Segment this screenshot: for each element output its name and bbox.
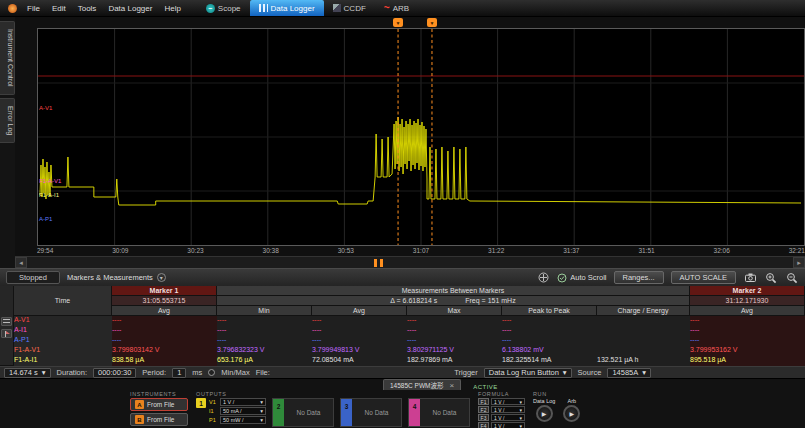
chevron-down-icon: ▾ — [519, 407, 522, 413]
waveform-plot[interactable]: A-V1 F1-A-V1 F1-A-I1 A-P1 — [37, 28, 805, 246]
marker-flag-icon[interactable] — [1, 329, 12, 338]
close-icon[interactable]: × — [449, 381, 454, 390]
tab-scope[interactable]: ~ Scope — [197, 0, 250, 16]
menu-edit[interactable]: Edit — [46, 4, 72, 13]
channel2-group[interactable]: 2 No Data — [272, 398, 334, 427]
gridlines — [38, 29, 804, 245]
marker2-time: 31:12.171930 — [690, 296, 805, 306]
duration-field[interactable]: 000:00:30 — [93, 368, 136, 378]
auto-scale-button[interactable]: AUTO SCALE — [671, 271, 736, 284]
menu-data-logger[interactable]: Data Logger — [102, 4, 158, 13]
scroll-right-icon[interactable]: ▸ — [793, 257, 805, 268]
f2-scale-select[interactable]: 1 V / ▾ — [491, 406, 525, 413]
chevron-down-icon: ▾ — [260, 399, 263, 405]
sidebar-tab-instrument-control[interactable]: Instrument Control — [0, 21, 15, 95]
time-tick: 31:22 — [488, 247, 504, 256]
source-select[interactable]: 14585A ▾ — [607, 368, 651, 378]
menu-bar: File Edit Tools Data Logger Help ~ Scope… — [0, 0, 805, 17]
ccdf-icon — [333, 4, 341, 12]
tab-scope-label: Scope — [218, 4, 241, 13]
chevron-down-icon: ▾ — [260, 417, 263, 423]
channel2-status: No Data — [284, 409, 333, 416]
data-log-run-button[interactable]: Data Log ▶ — [533, 398, 555, 422]
f3-scale-value: 1 V / — [494, 415, 504, 421]
tab-arb-label: ARB — [393, 4, 409, 13]
time-tick: 32:21 — [789, 247, 805, 256]
freq-value: Freq = 151 mHz — [465, 297, 515, 304]
zoom-in-icon[interactable] — [764, 271, 778, 284]
mode-tabs: ~ Scope Data Logger CCDF ~ ARB — [197, 0, 418, 17]
run-title: RUN — [533, 391, 580, 398]
i1-scale-select[interactable]: 50 mA / ▾ — [220, 407, 266, 415]
channel4-group[interactable]: 4 No Data — [408, 398, 470, 427]
p1-label: P1 — [209, 417, 218, 423]
source-value: 14585A — [612, 368, 638, 377]
period-input[interactable]: 1 — [172, 368, 186, 378]
marker2-flag[interactable]: ▼ — [427, 18, 437, 27]
active-badge: ACTIVE — [473, 384, 498, 390]
tab-data-logger-label: Data Logger — [271, 4, 315, 13]
auto-scroll-toggle[interactable]: Auto Scroll — [557, 273, 606, 283]
zoom-out-icon[interactable] — [785, 271, 799, 284]
play-icon: ▶ — [570, 410, 575, 417]
tab-ccdf[interactable]: CCDF — [324, 0, 375, 16]
v1-label: V1 — [209, 399, 218, 405]
time-tick: 31:51 — [638, 247, 654, 256]
instruments-title: INSTRUMENTS — [130, 391, 188, 398]
datalog-file-tab[interactable]: 14585C PWM波形 × — [383, 379, 461, 390]
auto-scroll-icon — [557, 273, 567, 283]
instruments-section: INSTRUMENTS A From File B From File — [130, 391, 188, 428]
instrument-b-icon: B — [135, 415, 144, 424]
outputs-title: OUTPUTS — [196, 391, 470, 398]
delta-value: Δ = 6.618214 s — [390, 297, 437, 304]
channel1-group: 1 V1 1 V / ▾ I1 — [196, 398, 266, 425]
instrument-a-button[interactable]: A From File — [130, 398, 188, 411]
arb-run-label: Arb — [568, 398, 577, 404]
instrument-panel: 14585C PWM波形 × ACTIVE INSTRUMENTS A From… — [0, 378, 805, 428]
chevron-down-icon: ▾ — [563, 368, 567, 377]
table-tool-strip — [0, 286, 14, 366]
ranges-button[interactable]: Ranges... — [614, 271, 664, 284]
instrument-a-label: From File — [147, 401, 174, 408]
scrollbar-handle[interactable] — [374, 259, 383, 267]
auto-scroll-label: Auto Scroll — [570, 273, 606, 282]
instrument-b-button[interactable]: B From File — [130, 413, 188, 426]
channel3-group[interactable]: 3 No Data — [340, 398, 402, 427]
span-select[interactable]: 14.674 s ▾ — [4, 368, 51, 378]
time-tick: 31:07 — [413, 247, 429, 256]
chart-scrollbar[interactable]: ◂ ▸ — [15, 256, 805, 268]
menu-tools[interactable]: Tools — [72, 4, 103, 13]
f4-scale-select[interactable]: 1 V / ▾ — [491, 422, 525, 428]
menu-help[interactable]: Help — [158, 4, 186, 13]
marker2-header[interactable]: Marker 2 — [690, 286, 805, 296]
tab-data-logger[interactable]: Data Logger — [250, 0, 324, 16]
arb-run-button[interactable]: Arb ▶ — [563, 398, 580, 422]
measurements-table: Time Marker 1 Measurements Between Marke… — [0, 286, 805, 366]
f1-scale-select[interactable]: 1 V / ▾ — [491, 398, 525, 405]
f3-scale-select[interactable]: 1 V / ▾ — [491, 414, 525, 421]
scroll-left-icon[interactable]: ◂ — [15, 257, 27, 268]
datalog-file-tab-label: 14585C PWM波形 — [390, 380, 443, 390]
chevron-down-icon: ▾ — [519, 415, 522, 421]
stopped-button[interactable]: Stopped — [6, 271, 60, 284]
tab-arb[interactable]: ~ ARB — [375, 0, 418, 16]
pan-icon[interactable] — [536, 271, 550, 284]
main-area: Instrument Control Error Log ▼ ▼ A-V1 F1… — [0, 17, 805, 268]
screenshot-icon[interactable] — [743, 271, 757, 284]
chevron-down-icon: ▾ — [42, 368, 46, 377]
marker1-header[interactable]: Marker 1 — [112, 286, 217, 296]
trigger-select[interactable]: Data Log Run Button ▾ — [484, 368, 572, 378]
time-tick: 29:54 — [37, 247, 53, 256]
trace-label-a-p1: A-P1 — [39, 216, 52, 222]
marker2-stat-header: Avg — [690, 306, 805, 316]
chevron-down-icon: ▾ — [519, 423, 522, 428]
sidebar-tab-error-log[interactable]: Error Log — [0, 98, 15, 143]
v1-scale-select[interactable]: 1 V / ▾ — [220, 398, 266, 406]
markers-measurements-button[interactable]: Markers & Measurements ▾ — [67, 273, 166, 282]
marker1-flag[interactable]: ▼ — [393, 18, 403, 27]
marker-list-icon[interactable] — [1, 317, 12, 326]
minmax-radio[interactable] — [208, 369, 215, 376]
menu-file[interactable]: File — [21, 4, 46, 13]
p1-scale-select[interactable]: 50 mW / ▾ — [220, 416, 266, 424]
f1-badge: F1 — [478, 398, 489, 405]
